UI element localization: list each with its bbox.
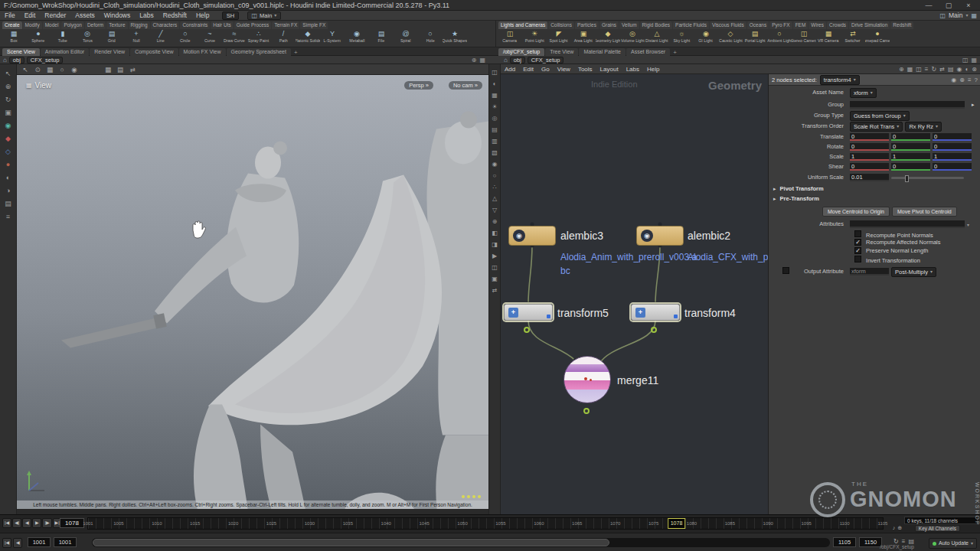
shelf-tab[interactable]: Collisions bbox=[548, 21, 574, 29]
shelf-tab[interactable]: Viscous Fluids bbox=[710, 21, 746, 29]
wireframe-icon[interactable]: ▦ bbox=[489, 90, 500, 101]
shelf-tool[interactable]: △Distant Light bbox=[645, 30, 669, 47]
pane-tab[interactable]: /obj/CFX_setup bbox=[498, 48, 544, 56]
network-editor[interactable]: Indie Edition Geometry ◉ alembic3 ◉ alem… bbox=[501, 74, 768, 514]
range-start-icon[interactable]: |◀ bbox=[2, 538, 11, 548]
menu-item[interactable]: File bbox=[0, 11, 20, 21]
node-transform4[interactable]: + bbox=[631, 304, 680, 321]
shelf-tab[interactable]: Rigid Bodies bbox=[640, 21, 673, 29]
node-title-alembic2[interactable]: alembic2 bbox=[688, 230, 730, 242]
node-alembic2[interactable]: ◉ bbox=[636, 226, 684, 246]
rewind-button[interactable]: |◀ bbox=[2, 518, 11, 528]
rotate-y-input[interactable] bbox=[891, 143, 930, 151]
shelf-tab[interactable]: Lights and Cameras bbox=[498, 21, 547, 29]
playback-end-input[interactable] bbox=[833, 537, 856, 547]
display-flag[interactable] bbox=[547, 315, 550, 318]
shelf-tool[interactable]: ●Gamepad Camera bbox=[865, 30, 890, 47]
shelf-tab[interactable]: Terrain FX bbox=[272, 21, 299, 29]
collapse-arrow-icon[interactable]: ▸ bbox=[773, 196, 776, 201]
close-button[interactable]: × bbox=[959, 0, 978, 11]
shelf-tool[interactable]: ◆Geometry Light bbox=[596, 30, 620, 47]
shelf-tool[interactable]: /Path bbox=[271, 30, 296, 47]
path-segment-cfx[interactable]: CFX_setup bbox=[528, 57, 564, 64]
view-mode-icon[interactable]: ◫ bbox=[489, 67, 500, 78]
shelf-tab[interactable]: Drive Simulation bbox=[849, 21, 890, 29]
sync-path-icon[interactable]: ▦ bbox=[479, 57, 485, 64]
scale-x-input[interactable] bbox=[850, 153, 889, 161]
network-menu-item[interactable]: Edit bbox=[519, 66, 537, 73]
param-list-icon[interactable]: ≡ bbox=[968, 77, 972, 83]
select-mode-icon[interactable]: ↖ bbox=[20, 66, 31, 73]
sculpt-tool-icon[interactable]: ◐ bbox=[2, 171, 15, 184]
shelf-tool[interactable]: ◫Stereo Camera bbox=[792, 30, 816, 47]
shelf-tool[interactable]: ○Ambient Light bbox=[767, 30, 792, 47]
shelf-tab[interactable]: Rigging bbox=[129, 21, 150, 29]
shelf-tab[interactable]: Constraints bbox=[180, 21, 210, 29]
global-start-input[interactable] bbox=[28, 537, 51, 547]
move-centroid-button[interactable]: Move Centroid to Origin bbox=[822, 207, 890, 217]
shelf-tab[interactable]: Hair Uts bbox=[211, 21, 233, 29]
node-title-transform4[interactable]: transform4 bbox=[684, 307, 736, 319]
history-icon[interactable]: ≡ bbox=[2, 210, 15, 223]
node-title-transform5[interactable]: transform5 bbox=[557, 307, 609, 319]
shelf-tool[interactable]: ◆Platonic Solids bbox=[296, 30, 320, 47]
pane-link-icon[interactable]: ⇄ bbox=[489, 285, 500, 296]
shelf-tool[interactable]: ▦Box bbox=[2, 30, 26, 47]
shelf-tool[interactable]: ╱Line bbox=[149, 30, 173, 47]
shelf-tool[interactable]: @Spiral bbox=[394, 30, 418, 47]
pane-tab[interactable]: Animation Editor bbox=[41, 48, 89, 56]
menu-item[interactable]: Labs bbox=[135, 11, 158, 21]
menu-item[interactable]: Help bbox=[191, 11, 214, 21]
shelf-tab[interactable]: Polygon bbox=[61, 21, 84, 29]
pre-transform-row[interactable]: ▸ Pre-Transform bbox=[769, 195, 980, 204]
play-button[interactable]: ▶ bbox=[32, 518, 41, 528]
rotate-order-combo[interactable]: Rx Ry Rz ▾ bbox=[905, 122, 942, 132]
scale-tool-icon[interactable]: ▣ bbox=[2, 106, 15, 119]
shade-mode-icon[interactable]: ◐ bbox=[489, 78, 500, 90]
snap-grid-icon[interactable]: ▥ bbox=[489, 135, 500, 147]
net-list-icon[interactable]: ≡ bbox=[925, 66, 929, 73]
shelf-tool[interactable]: ○Circle bbox=[173, 30, 198, 47]
group-select-arrow-icon[interactable]: ▸ bbox=[972, 102, 975, 108]
select-contained-icon[interactable]: ◨ bbox=[489, 239, 500, 250]
path-segment-obj[interactable]: obj bbox=[510, 57, 525, 64]
path-segment-cfx[interactable]: CFX_setup bbox=[27, 57, 64, 64]
pane-split-icon[interactable]: ◫ bbox=[962, 57, 969, 64]
select-component-icon[interactable]: ▦ bbox=[44, 66, 55, 73]
translate-z-input[interactable] bbox=[933, 133, 972, 141]
uv-display-icon[interactable]: ▽ bbox=[489, 204, 500, 216]
post-multiply-combo[interactable]: Post-Multiply ▾ bbox=[891, 267, 936, 277]
minimize-button[interactable]: — bbox=[919, 0, 939, 11]
persp-view-button[interactable]: Persp » bbox=[404, 81, 433, 90]
frame-ruler[interactable]: 1001100510101015102010251030103510401045… bbox=[87, 517, 884, 530]
shelf-tab[interactable]: Characters bbox=[151, 21, 180, 29]
view-menu[interactable]: ▦ View bbox=[26, 81, 51, 90]
pane-tab[interactable]: Motion FX View bbox=[179, 48, 226, 56]
preserve-normal-length-checkbox[interactable]: ✓ bbox=[854, 247, 861, 254]
range-step-icon[interactable]: ◀ bbox=[13, 538, 22, 548]
select-visible-icon[interactable]: ◧ bbox=[489, 227, 500, 239]
network-menu-item[interactable]: Go bbox=[537, 66, 554, 73]
shear-x-input[interactable] bbox=[850, 163, 889, 171]
recompute-affected-normals-checkbox[interactable]: ✓ bbox=[854, 239, 861, 246]
shelf-tab[interactable]: Oceans bbox=[747, 21, 769, 29]
shelf-tool[interactable]: ●Sphere bbox=[26, 30, 51, 47]
shelf-tool[interactable]: ◤Spot Light bbox=[547, 30, 571, 47]
shelf-tab[interactable]: FEM bbox=[793, 21, 808, 29]
path-segment-obj[interactable]: obj bbox=[9, 57, 24, 64]
shelf-tool[interactable]: ⇄Switcher bbox=[841, 30, 865, 47]
shelf-tab[interactable]: Crowds bbox=[827, 21, 848, 29]
net-link-icon[interactable]: ⇄ bbox=[939, 66, 945, 73]
key-all-channels-button[interactable]: Key All Channels bbox=[915, 525, 960, 532]
asset-name-combo[interactable]: xform ▾ bbox=[850, 88, 877, 98]
desktop-right-label[interactable]: Main bbox=[949, 11, 962, 21]
pane-tab[interactable]: Asset Browser bbox=[626, 48, 670, 56]
shelf-tool[interactable]: ▦VR Camera bbox=[816, 30, 841, 47]
net-gear-icon[interactable]: ⊗ bbox=[972, 66, 977, 73]
paint-tool-icon[interactable]: ● bbox=[2, 158, 15, 171]
shelf-tab[interactable]: Model bbox=[43, 21, 61, 29]
shelf-tool[interactable]: ▮Tube bbox=[51, 30, 75, 47]
snap-tool-icon[interactable]: ◉ bbox=[2, 119, 15, 132]
translate-y-input[interactable] bbox=[891, 133, 930, 141]
audio-icon[interactable]: ♪ bbox=[893, 525, 896, 531]
